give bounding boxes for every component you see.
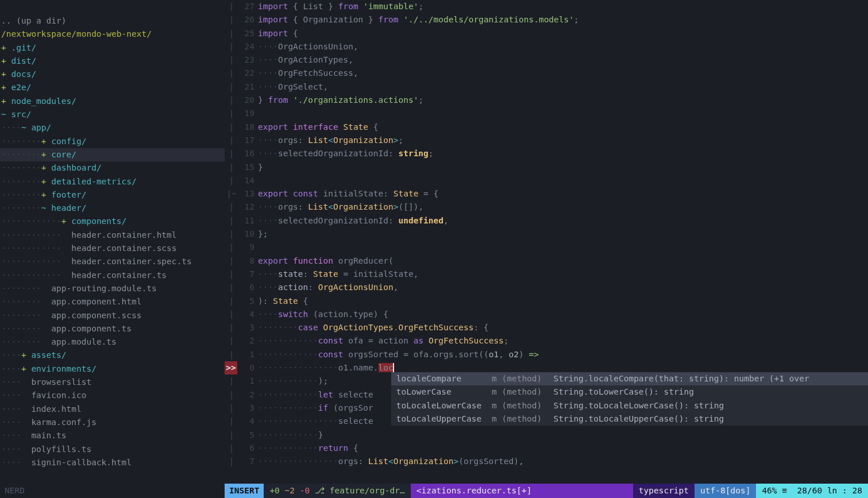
code-line[interactable]: |21····OrgSelect, [225, 80, 868, 94]
completion-item[interactable]: toLowerCasem (method) String.toLowerCase… [391, 385, 868, 399]
line-number: 4 [237, 308, 258, 321]
code-line[interactable]: |3········case OrgActionTypes.OrgFetchSu… [225, 321, 868, 334]
line-number: 12 [237, 200, 258, 214]
line-number: 18 [237, 121, 258, 134]
code-line[interactable]: |2············const ofa = action as OrgF… [225, 334, 868, 348]
tree-item[interactable]: ····+ assets/ [0, 349, 225, 362]
code-line[interactable]: |6············return { [225, 442, 868, 455]
tree-item[interactable]: ····~ app/ [0, 121, 225, 134]
code-line[interactable]: |4····switch (action.type) { [225, 308, 868, 321]
code-line[interactable]: |8export function orgReducer( [225, 254, 868, 268]
code-line[interactable]: |5············} [225, 428, 868, 442]
code-line[interactable]: |7····state: State = initialState, [225, 268, 868, 281]
tree-status: NERD [0, 484, 225, 498]
tree-item[interactable]: ············ header.container.scss [0, 242, 225, 255]
sign-column: >> [225, 361, 237, 375]
sign-column: | [225, 214, 237, 227]
code-line[interactable]: |25import { [225, 27, 868, 40]
code-line[interactable]: |18export interface State { [225, 121, 868, 134]
code-line[interactable]: |14 [225, 174, 868, 187]
encoding-status: utf-8[dos] [695, 484, 756, 498]
line-number: 0 [237, 361, 258, 375]
code-line[interactable]: |7················orgs: List<Organizatio… [225, 455, 868, 468]
code-line[interactable]: |20} from './organizations.actions'; [225, 94, 868, 107]
tree-item[interactable]: ········ app-routing.module.ts [0, 282, 225, 295]
code-line[interactable]: |6····action: OrgActionsUnion, [225, 281, 868, 294]
line-number: 1 [237, 375, 258, 388]
sign-column: | [225, 442, 237, 455]
tree-item[interactable]: + .git/ [0, 41, 225, 55]
code-line[interactable]: |~13export const initialState: State = { [225, 187, 868, 200]
tree-item[interactable]: ········+ footer/ [0, 188, 225, 202]
tree-item[interactable]: ···· favicon.ico [0, 389, 225, 402]
code-line[interactable]: |19 [225, 107, 868, 120]
tree-item[interactable]: ~ src/ [0, 108, 225, 121]
sign-column: | [225, 121, 237, 134]
line-number: 23 [237, 53, 258, 67]
tree-item[interactable]: + docs/ [0, 68, 225, 81]
line-number: 5 [237, 428, 258, 442]
code-line[interactable]: |15} [225, 161, 868, 174]
completion-popup[interactable]: localeComparem (method) String.localeCom… [391, 372, 868, 426]
tree-item[interactable]: ············ header.container.html [0, 229, 225, 242]
sign-column: | [225, 53, 237, 67]
line-number: 4 [237, 415, 258, 428]
line-number: 16 [237, 147, 258, 160]
sign-column: | [225, 107, 237, 120]
code-line[interactable]: |27import { List } from 'immutable'; [225, 0, 868, 13]
file-tree[interactable]: .. (up a dir) /nextworkspace/mondo-web-n… [0, 0, 225, 481]
code-line[interactable]: |24····OrgActionsUnion, [225, 40, 868, 53]
tree-item[interactable]: ········~ header/ [0, 202, 225, 215]
tree-item[interactable]: ········ app.module.ts [0, 335, 225, 349]
line-number: 25 [237, 27, 258, 40]
tree-item[interactable]: ···· polyfills.ts [0, 443, 225, 456]
tree-item[interactable]: ········+ detailed-metrics/ [0, 175, 225, 188]
completion-item[interactable]: localeComparem (method) String.localeCom… [391, 372, 868, 385]
tree-root-path: /nextworkspace/mondo-web-next/ [0, 28, 225, 41]
tree-item[interactable]: ············ header.container.ts [0, 269, 225, 282]
code-line[interactable]: |5): State { [225, 295, 868, 308]
tree-item[interactable]: ············ header.container.spec.ts [0, 255, 225, 268]
code-line[interactable]: |1············const orgsSorted = ofa.org… [225, 348, 868, 361]
code-line[interactable]: |23····OrgActionTypes, [225, 53, 868, 67]
code-line[interactable]: |10}; [225, 227, 868, 241]
tree-item[interactable]: ········ app.component.ts [0, 322, 225, 335]
code-line[interactable]: |26import { Organization } from './../mo… [225, 13, 868, 26]
filetype-status: typescript [633, 484, 695, 498]
line-number: 9 [237, 241, 258, 254]
tree-item[interactable]: ···· index.html [0, 403, 225, 416]
completion-item[interactable]: toLocaleLowerCasem (method) String.toLoc… [391, 399, 868, 412]
sign-column: | [225, 455, 237, 468]
tree-item[interactable]: ············+ components/ [0, 215, 225, 228]
tree-item[interactable]: + e2e/ [0, 81, 225, 94]
tree-item[interactable]: + node_modules/ [0, 95, 225, 108]
editor[interactable]: |27import { List } from 'immutable';|26i… [225, 0, 868, 481]
tree-item[interactable]: ···· signin-callback.html [0, 456, 225, 469]
tree-item[interactable]: ········+ dashboard/ [0, 161, 225, 175]
tree-item[interactable]: ········+ config/ [0, 135, 225, 148]
sign-column: | [225, 40, 237, 53]
code-line[interactable]: |17····orgs: List<Organization>; [225, 134, 868, 147]
code-line[interactable]: |12····orgs: List<Organization>([]), [225, 200, 868, 214]
tree-item[interactable]: ········+ core/ [0, 148, 225, 161]
tree-item[interactable]: ···· main.ts [0, 429, 225, 442]
code-line[interactable]: |11····selectedOrganizationId: undefined… [225, 214, 868, 227]
line-number: 2 [237, 388, 258, 402]
sign-column: | [225, 27, 237, 40]
code-line[interactable]: |9 [225, 241, 868, 254]
sign-column: | [225, 134, 237, 147]
tree-item[interactable]: ···· browserslist [0, 376, 225, 389]
code-line[interactable]: |22····OrgFetchSuccess, [225, 67, 868, 80]
line-number: 17 [237, 134, 258, 147]
tree-item[interactable]: ········ app.component.html [0, 295, 225, 308]
tree-item[interactable]: ········ app.component.scss [0, 309, 225, 322]
filename-status: <izations.reducer.ts[+] [411, 484, 633, 498]
code-line[interactable]: |16····selectedOrganizationId: string; [225, 147, 868, 160]
line-number: 7 [237, 268, 258, 281]
updir[interactable]: .. (up a dir) [0, 14, 225, 28]
tree-item[interactable]: ····+ environments/ [0, 362, 225, 376]
line-number: 24 [237, 40, 258, 53]
tree-item[interactable]: ···· karma.conf.js [0, 416, 225, 429]
completion-item[interactable]: toLocaleUpperCasem (method) String.toLoc… [391, 412, 868, 426]
tree-item[interactable]: + dist/ [0, 55, 225, 68]
